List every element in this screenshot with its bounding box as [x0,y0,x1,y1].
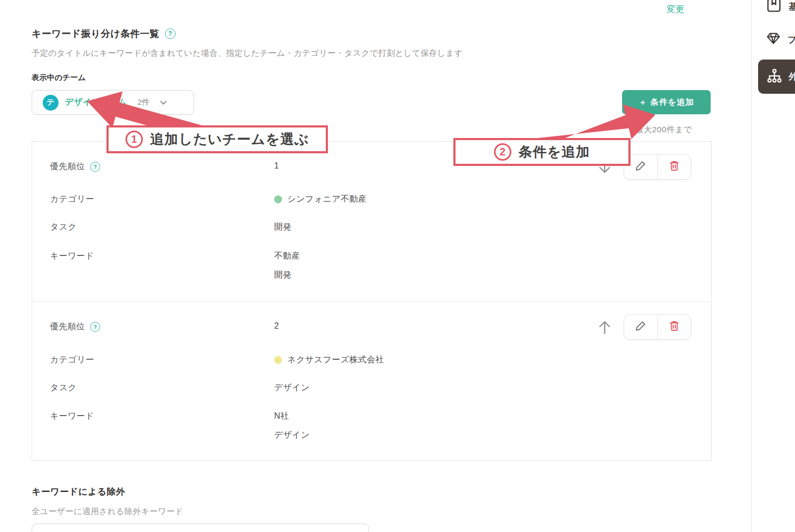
category-name: シンフォニア不動産 [287,194,367,205]
help-icon[interactable]: ? [165,28,176,39]
priority-label-text: 優先順位 [50,161,85,172]
row-actions [624,154,691,180]
chevron-down-icon [159,98,168,107]
plus-icon: ＋ [638,97,647,108]
trash-icon [668,320,680,334]
sidebar-divider [751,0,752,532]
category-label: カテゴリー [50,194,94,205]
add-condition-button[interactable]: ＋ 条件を追加 [622,90,711,114]
sidebar-item-3-active[interactable]: 外 [758,60,795,94]
trash-icon [668,160,680,174]
keyword-value-line2: 開発 [274,270,292,281]
keyword-value-line1: 不動産 [274,251,300,262]
bookmark-box-icon [765,0,782,16]
edit-button[interactable] [624,315,657,339]
exclusion-keyword-input[interactable] [32,524,369,532]
row-actions [624,314,691,340]
max-count-note: 最大200件まで [635,124,692,135]
sidebar-item-label: プ [788,34,795,46]
priority-help-icon[interactable]: ? [90,162,100,172]
sidebar-item-1[interactable]: 基 [765,0,795,16]
add-condition-label: 条件を追加 [651,97,694,108]
keyword-value-line1: N社 [274,411,289,422]
keyword-label: キーワード [50,251,94,262]
category-value: ネクサスフーズ株式会社 [274,354,384,366]
team-count: 2件 [138,97,150,107]
task-label: タスク [50,382,77,393]
change-link[interactable]: 変更 [666,3,684,15]
priority-value: 1 [274,161,279,171]
category-label: カテゴリー [50,354,94,366]
category-color-dot [274,195,282,203]
keyword-value-line2: デザイン [274,430,310,441]
task-label: タスク [50,222,77,233]
page-header: キーワード振り分け条件一覧 ? [32,27,176,40]
category-color-dot [274,356,282,364]
annotation-step1: 1 追加したいチームを選ぶ [106,125,328,153]
priority-help-icon[interactable]: ? [90,322,100,332]
category-value: シンフォニア不動産 [274,194,367,205]
diamond-icon [765,31,781,48]
step2-number-badge: 2 [494,143,511,161]
priority-label: 優先順位 ? [50,321,100,332]
priority-label-text: 優先順位 [50,321,85,332]
exclusion-sub-label: 全ユーザーに適用される除外キーワード [32,506,183,517]
page-description: 予定のタイトルにキーワードが含まれていた場合、指定したチーム・カテゴリー・タスク… [32,48,463,59]
step1-number-badge: 1 [125,131,143,148]
delete-button[interactable] [657,315,691,339]
keyword-label: キーワード [50,411,94,422]
team-name: デザインチーム [65,97,127,108]
pencil-icon [635,160,646,174]
team-avatar: テ [43,95,59,111]
sitemap-icon [767,68,782,86]
annotation-step2: 2 条件を追加 [453,138,631,166]
sidebar-item-2[interactable]: プ [765,31,795,48]
task-value: デザイン [274,382,310,393]
move-up-button[interactable] [596,318,614,337]
team-filter-label: 表示中のチーム [32,73,86,83]
row-divider [32,301,712,302]
pencil-icon [635,320,646,334]
priority-value: 2 [274,321,279,331]
category-name: ネクサスフーズ株式会社 [287,354,384,366]
step1-label: 追加したいチームを選ぶ [150,130,309,149]
step2-label: 条件を追加 [519,143,590,161]
team-dropdown[interactable]: テ デザインチーム 2件 [32,90,194,115]
sidebar-item-label: 基 [789,1,795,13]
exclusion-heading: キーワードによる除外 [32,486,125,498]
priority-label: 優先順位 ? [50,161,100,172]
sidebar-item-label: 外 [789,71,795,83]
delete-button[interactable] [657,155,691,179]
task-value: 開発 [274,222,292,233]
page-title: キーワード振り分け条件一覧 [32,27,160,40]
